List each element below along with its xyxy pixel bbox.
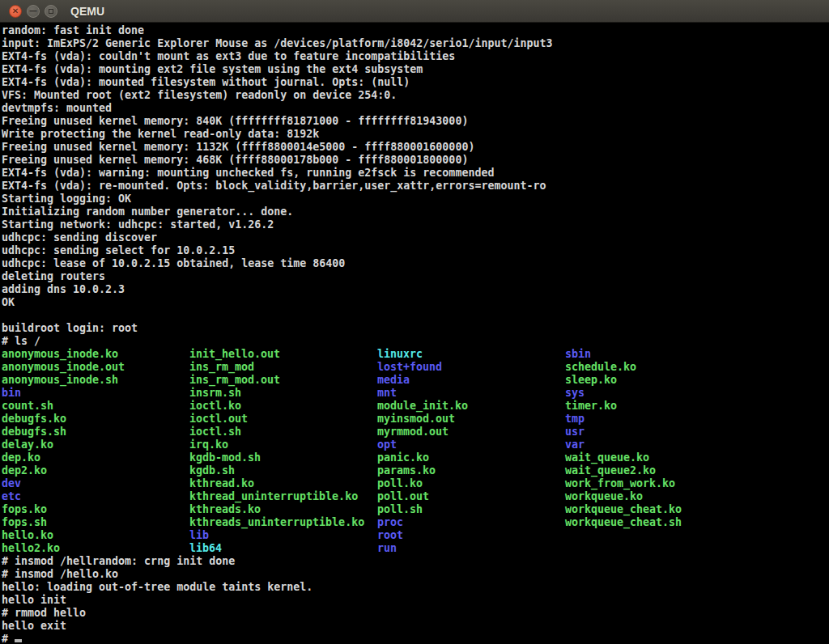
terminal-cursor [15, 639, 22, 642]
console-line: hello exit [2, 620, 829, 633]
ls-output-row: fops.shkthreads_uninterruptible.koprocwo… [2, 516, 829, 529]
qemu-console[interactable]: random: fast init doneinput: ImExPS/2 Ge… [0, 23, 829, 643]
file-entry: sleep.ko [565, 374, 617, 387]
console-line: Freeing unused kernel memory: 840K (ffff… [2, 115, 829, 128]
console-line: # insmod /hellrandom: crng init done [2, 555, 829, 568]
file-entry: lib [189, 529, 377, 542]
console-line: VFS: Mounted root (ext2 filesystem) read… [2, 89, 829, 102]
shell-prompt: # [2, 633, 15, 643]
file-entry: hello.ko [2, 529, 189, 542]
console-line: EXT4-fs (vda): warning: mounting uncheck… [2, 167, 829, 180]
console-line: buildroot login: root [2, 322, 829, 335]
file-entry: linuxrc [377, 348, 565, 361]
file-entry: proc [377, 516, 565, 529]
console-line: # insmod /hello.ko [2, 568, 829, 581]
window-titlebar[interactable]: ✕ — QEMU [0, 0, 829, 23]
ls-output-row: anonymous_inode.koinit_hello.outlinuxrcs… [2, 348, 829, 361]
file-entry: workqueue_cheat.sh [565, 516, 682, 529]
file-entry: dep.ko [2, 451, 189, 464]
file-entry: params.ko [377, 464, 565, 477]
file-entry: tmp [565, 413, 585, 426]
file-entry: anonymous_inode.ko [2, 348, 189, 361]
file-entry: workqueue_cheat.ko [565, 503, 682, 516]
file-entry: init_hello.out [189, 348, 377, 361]
file-entry: sys [565, 387, 585, 400]
file-entry: etc [2, 490, 189, 503]
console-line: udhcpc: lease of 10.0.2.15 obtained, lea… [2, 257, 829, 270]
file-entry: root [377, 529, 565, 542]
ls-output-row: debugfs.koioctl.outmyinsmod.outtmp [2, 413, 829, 426]
file-entry: wait_queue.ko [565, 451, 649, 464]
minimize-button[interactable]: — [27, 5, 40, 18]
console-line: hello: loading out-of-tree module taints… [2, 581, 829, 594]
file-entry: run [377, 542, 565, 555]
console-line: udhcpc: sending select for 10.0.2.15 [2, 244, 829, 257]
file-entry: media [377, 374, 565, 387]
file-entry: fops.ko [2, 503, 189, 516]
console-line: Starting network: udhcpc: started, v1.26… [2, 218, 829, 231]
console-line: OK [2, 296, 829, 309]
file-entry: schedule.ko [565, 361, 636, 374]
file-entry: ioctl.ko [189, 400, 377, 413]
console-line: EXT4-fs (vda): mounting ext2 file system… [2, 63, 829, 76]
file-entry: ins_rm_mod.out [189, 374, 377, 387]
file-entry: kthread.ko [189, 477, 377, 490]
console-line: input: ImExPS/2 Generic Explorer Mouse a… [2, 37, 829, 50]
ls-output-row: hello.kolibroot [2, 529, 829, 542]
file-entry: count.sh [2, 400, 189, 413]
close-button[interactable]: ✕ [9, 5, 22, 18]
file-entry: wait_queue2.ko [565, 464, 656, 477]
file-entry: panic.ko [377, 451, 565, 464]
file-entry: mnt [377, 387, 565, 400]
console-line: random: fast init done [2, 24, 829, 37]
file-entry: sbin [565, 348, 591, 361]
file-entry: ioctl.out [189, 413, 377, 426]
ls-output-row: devkthread.kopoll.kowork_from_work.ko [2, 477, 829, 490]
file-entry: irq.ko [189, 439, 377, 451]
console-line: deleting routers [2, 270, 829, 283]
ls-output-row: anonymous_inode.shins_rm_mod.outmediasle… [2, 374, 829, 387]
file-entry: dep2.ko [2, 464, 189, 477]
file-entry: usr [565, 426, 585, 439]
file-entry: poll.sh [377, 503, 565, 516]
maximize-icon [49, 9, 53, 14]
console-line [2, 309, 829, 322]
console-line: # ls / [2, 335, 829, 348]
console-line: Write protecting the kernel read-only da… [2, 128, 829, 141]
console-line: devtmpfs: mounted [2, 102, 829, 115]
file-entry: myinsmod.out [377, 413, 565, 426]
file-entry: var [565, 439, 585, 451]
file-entry: anonymous_inode.sh [2, 374, 189, 387]
file-entry: work_from_work.ko [565, 477, 675, 490]
file-entry: fops.sh [2, 516, 189, 529]
console-line: Freeing unused kernel memory: 468K (ffff… [2, 154, 829, 167]
file-entry: poll.out [377, 490, 565, 503]
file-entry: debugfs.sh [2, 426, 189, 439]
console-line: adding dns 10.0.2.3 [2, 283, 829, 296]
file-entry: insrm.sh [189, 387, 377, 400]
file-entry: lost+found [377, 361, 565, 374]
maximize-button[interactable] [45, 5, 57, 18]
prompt-line: # [2, 633, 829, 643]
file-entry: opt [377, 439, 565, 451]
ls-output-row: anonymous_inode.outins_rm_modlost+founds… [2, 361, 829, 374]
file-entry: myrmmod.out [377, 426, 565, 439]
ls-output-row: bininsrm.shmntsys [2, 387, 829, 400]
ls-output-row: hello2.kolib64run [2, 542, 829, 555]
file-entry: timer.ko [565, 400, 617, 413]
file-entry: kthread_uninterruptible.ko [189, 490, 377, 503]
file-entry: hello2.ko [2, 542, 189, 555]
file-entry: workqueue.ko [565, 490, 643, 503]
ls-output-row: etckthread_uninterruptible.kopoll.outwor… [2, 490, 829, 503]
window-title: QEMU [70, 5, 104, 18]
close-icon: ✕ [12, 7, 19, 15]
file-entry: bin [2, 387, 189, 400]
file-entry: anonymous_inode.out [2, 361, 189, 374]
file-entry: debugfs.ko [2, 413, 189, 426]
console-line: # rmmod hello [2, 607, 829, 620]
file-entry: poll.ko [377, 477, 565, 490]
console-line: Freeing unused kernel memory: 1132K (fff… [2, 141, 829, 154]
console-line: hello init [2, 594, 829, 607]
file-entry: kthreads.ko [189, 503, 377, 516]
ls-output-row: count.shioctl.komodule_init.kotimer.ko [2, 400, 829, 413]
